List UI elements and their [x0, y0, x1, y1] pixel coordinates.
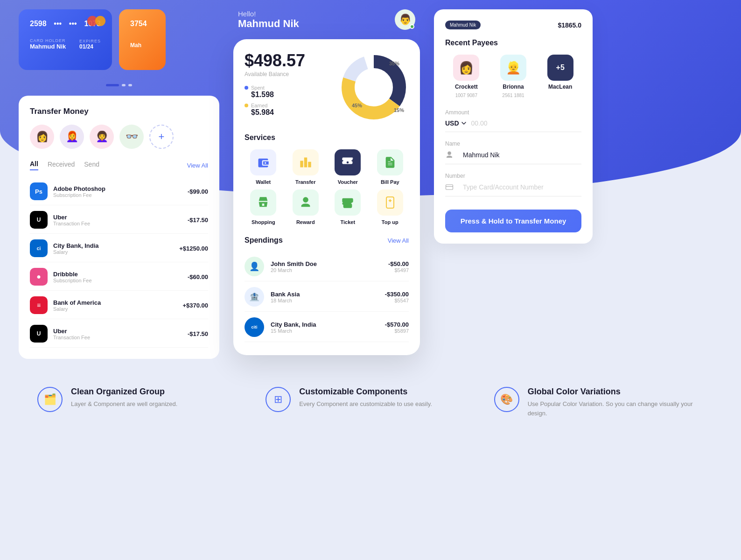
tx-name: City Bank, India — [53, 242, 179, 249]
shopping-icon — [257, 196, 270, 209]
ticket-icon — [341, 196, 354, 209]
spendings-view-all[interactable]: View All — [388, 237, 409, 244]
spendings-list: 👤 John Smith Doe 20 March -$50.00 $5497 … — [245, 252, 409, 342]
reward-icon-box — [293, 189, 319, 216]
hello-text: Hello! — [238, 10, 299, 18]
spending-sub-amount: $5497 — [388, 267, 409, 273]
name-field-group: Name Mahmud Nik — [445, 140, 581, 164]
currency-value: USD — [445, 119, 459, 127]
avatar-1[interactable]: 👩 — [30, 125, 54, 149]
service-reward[interactable]: Reward — [287, 189, 325, 225]
chart-label-15: 15% — [394, 107, 404, 113]
tx-sub: Salary — [53, 249, 179, 255]
spendings-title: Spendings — [245, 236, 283, 245]
service-wallet[interactable]: Wallet — [245, 149, 282, 185]
payees-row: 👩 Crockett 1007 9087 👱 Brionna 2561 1881… — [445, 55, 581, 98]
transaction-item[interactable]: U Uber Transaction Fee -$17.50 — [30, 206, 208, 234]
spending-item[interactable]: 👤 John Smith Doe 20 March -$50.00 $5497 — [245, 252, 409, 281]
currency-select[interactable]: USD — [445, 119, 467, 127]
amount-row[interactable]: USD 00.00 — [445, 119, 581, 132]
spending-item[interactable]: citi City Bank, India 15 March -$570.00 … — [245, 313, 409, 342]
tx-amount: +$370.00 — [182, 302, 208, 309]
tab-send[interactable]: Send — [84, 161, 99, 170]
user-avatar-header[interactable]: 👨 — [395, 9, 415, 30]
tx-sub: Subscription Fee — [53, 192, 188, 198]
transaction-item[interactable]: ≡ Bank of America Salary +$370.00 — [30, 292, 208, 319]
payee-crockett[interactable]: 👩 Crockett 1007 9087 — [445, 55, 488, 98]
balance-left: $498.57 Available Balance Spent $1.598 E… — [245, 52, 305, 120]
dot-inactive1 — [122, 84, 126, 86]
service-voucher[interactable]: Voucher — [329, 149, 367, 185]
spending-item[interactable]: 🏦 Bank Asia 18 March -$350.00 $5547 — [245, 282, 409, 312]
card-orange[interactable]: 3754 Mah — [119, 9, 166, 70]
chart-label-35: 35% — [389, 61, 399, 66]
tx-icon: ≡ — [30, 296, 48, 314]
tabs-row: All Received Send View All — [30, 160, 208, 170]
tx-sub: Transaction Fee — [53, 335, 188, 340]
card-num1: 2598 — [30, 20, 47, 28]
shopping-icon-box — [250, 189, 276, 216]
card-icon — [445, 183, 454, 191]
billpay-label: Bill Pay — [381, 179, 399, 185]
spending-avatar: 👤 — [245, 257, 264, 276]
add-avatar-button[interactable]: + — [149, 125, 174, 149]
feature-desc: Use Popular Color Variation. So you can … — [528, 399, 704, 418]
tx-info: City Bank, India Salary — [53, 242, 179, 255]
feature-title: Global Color Variations — [528, 387, 704, 397]
shopping-label: Shopping — [252, 219, 275, 225]
view-all-link[interactable]: View All — [187, 162, 208, 169]
spending-name: City Bank, India — [271, 321, 385, 328]
transaction-item[interactable]: ● Dribbble Subscription Fee -$60.00 — [30, 263, 208, 291]
spending-info: John Smith Doe 20 March — [271, 260, 388, 273]
svg-rect-7 — [446, 185, 453, 190]
service-ticket[interactable]: Ticket — [329, 189, 367, 225]
mastercard-orange — [95, 16, 105, 26]
number-row[interactable]: Type Card/Account Number — [445, 183, 581, 196]
name-row: Mahmud Nik — [445, 151, 581, 164]
transaction-item[interactable]: Ps Adobe Photoshop Subscription Fee -$99… — [30, 178, 208, 205]
payee-maclean[interactable]: +5 MacLean — [539, 55, 581, 98]
balance-section: $498.57 Available Balance Spent $1.598 E… — [245, 52, 409, 122]
tx-sub: Transaction Fee — [53, 221, 188, 226]
right-amount-tag: $1865.0 — [558, 21, 581, 29]
tx-name: Uber — [53, 328, 188, 335]
service-topup[interactable]: Top up — [371, 189, 409, 225]
payee-brionna[interactable]: 👱 Brionna 2561 1881 — [492, 55, 535, 98]
spending-amounts: -$350.00 $5547 — [385, 291, 409, 303]
tx-info: Adobe Photoshop Subscription Fee — [53, 185, 188, 198]
billpay-icon-box — [377, 149, 403, 175]
service-shopping[interactable]: Shopping — [245, 189, 282, 225]
bottom-features: 🗂️ Clean Organized Group Layer & Compone… — [0, 359, 741, 436]
transaction-item[interactable]: U Uber Transaction Fee -$17.50 — [30, 320, 208, 348]
number-label: Number — [445, 173, 581, 179]
transfer-money-button[interactable]: Press & Hold to Transfer Money — [445, 210, 581, 232]
payee-number-crockett: 1007 9087 — [455, 93, 477, 98]
number-field-group: Number Type Card/Account Number — [445, 173, 581, 196]
spending-main-amount: -$50.00 — [388, 260, 409, 267]
transaction-item[interactable]: ci City Bank, India Salary +$1250.00 — [30, 235, 208, 262]
payee-avatar-crockett: 👩 — [453, 55, 479, 81]
service-transfer[interactable]: Transfer — [287, 149, 325, 185]
spending-info: City Bank, India 15 March — [271, 321, 385, 334]
wallet-icon-box — [250, 149, 276, 175]
avatar-4[interactable]: 👓 — [119, 125, 144, 149]
right-name-tag: Mahmud Nik — [445, 21, 481, 29]
spending-avatar: 🏦 — [245, 287, 264, 307]
tab-all[interactable]: All — [30, 160, 38, 170]
transaction-list: Ps Adobe Photoshop Subscription Fee -$99… — [30, 178, 208, 348]
feature-icon: 🗂️ — [37, 387, 63, 412]
number-placeholder: Type Card/Account Number — [463, 183, 544, 191]
card-blue[interactable]: 2598 ••• ••• 1073 CARD HOLDER Mahmud Nik… — [19, 9, 112, 70]
service-billpay[interactable]: Bill Pay — [371, 149, 409, 185]
balance-earned: Earned $5.984 — [245, 103, 305, 117]
payee-name-brionna: Brionna — [503, 84, 524, 90]
spending-date: 18 March — [271, 298, 385, 303]
card-expiry-label: EXPIRES — [79, 39, 101, 43]
services-grid: Wallet Transfer Voucher — [245, 149, 409, 225]
avatar-2[interactable]: 👩‍🦰 — [60, 125, 84, 149]
payee-avatar-brionna: 👱 — [500, 55, 526, 81]
name-value: Mahmud Nik — [463, 151, 500, 159]
payee-name-crockett: Crockett — [455, 84, 478, 90]
avatar-3[interactable]: 👩‍🦱 — [90, 125, 114, 149]
tab-received[interactable]: Received — [48, 161, 75, 170]
